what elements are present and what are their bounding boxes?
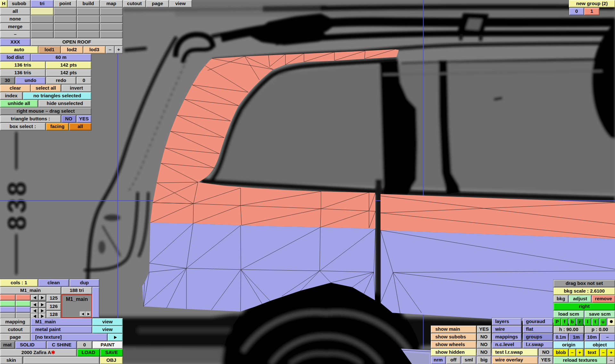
svg-text:838: 838 [3,179,31,230]
